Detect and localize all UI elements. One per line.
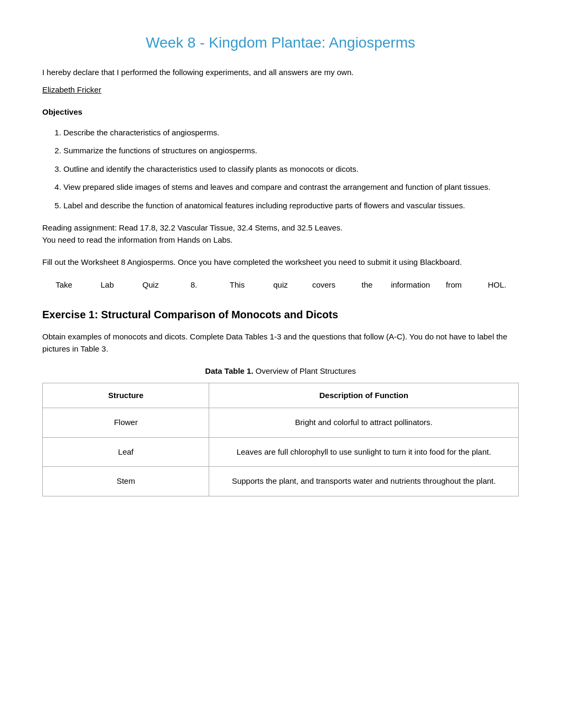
quiz-word-1: Take [42,279,86,291]
objective-2: Summarize the functions of structures on… [63,145,519,157]
quiz-word-4: 8. [172,279,216,291]
page-title: Week 8 - Kingdom Plantae: Angiosperms [42,32,519,54]
table-row: Stem Supports the plant, and transports … [43,467,519,496]
quiz-word-11: HOL. [475,279,519,291]
exercise1-intro: Obtain examples of monocots and dicots. … [42,331,519,355]
quiz-word-8: the [345,279,389,291]
objective-5: Label and describe the function of anato… [63,200,519,212]
structure-flower: Flower [43,408,209,438]
col-header-function: Description of Function [209,383,519,408]
data-table-1: Structure Description of Function Flower… [42,383,519,496]
objectives-heading: Objectives [42,106,519,118]
function-leaf: Leaves are full chlorophyll to use sunli… [209,437,519,467]
quiz-word-5: This [216,279,259,291]
objectives-list: Describe the characteristics of angiospe… [63,127,519,212]
structure-leaf: Leaf [43,437,209,467]
quiz-word-3: Quiz [129,279,172,291]
author-name: Elizabeth Fricker [42,84,519,96]
objective-4: View prepared slide images of stems and … [63,181,519,193]
table-header-row: Structure Description of Function [43,383,519,408]
quiz-line: Take Lab Quiz 8. This quiz covers the in… [42,279,519,291]
function-stem: Supports the plant, and transports water… [209,467,519,496]
table-row: Flower Bright and colorful to attract po… [43,408,519,438]
objective-3: Outline and identify the characteristics… [63,163,519,176]
fill-text: Fill out the Worksheet 8 Angiosperms. On… [42,257,462,266]
caption-rest: Overview of Plant Structures [254,366,356,375]
quiz-word-6: quiz [259,279,302,291]
reading-text: Reading assignment: Read 17.8, 32.2 Vasc… [42,223,342,244]
structure-stem: Stem [43,467,209,496]
objective-1: Describe the characteristics of angiospe… [63,127,519,139]
quiz-word-7: covers [302,279,345,291]
table-row: Leaf Leaves are full chlorophyll to use … [43,437,519,467]
fill-instructions: Fill out the Worksheet 8 Angiosperms. On… [42,256,519,269]
declaration-text: I hereby declare that I performed the fo… [42,67,519,79]
col-header-structure: Structure [43,383,209,408]
quiz-word-9: information [389,279,432,291]
quiz-word-10: from [432,279,475,291]
function-flower: Bright and colorful to attract pollinato… [209,408,519,438]
exercise1-heading: Exercise 1: Structural Comparison of Mon… [42,307,519,322]
quiz-word-2: Lab [86,279,129,291]
caption-bold: Data Table 1. [205,366,253,375]
data-table-caption: Data Table 1. Overview of Plant Structur… [42,365,519,377]
reading-assignment: Reading assignment: Read 17.8, 32.2 Vasc… [42,222,519,246]
